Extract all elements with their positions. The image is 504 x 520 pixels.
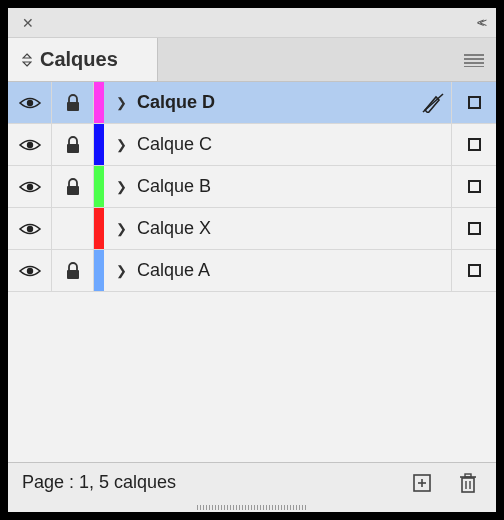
layer-row[interactable]: ❯Calque B (8, 166, 496, 208)
layers-panel: ✕ << Calques ❯Calque D❯Calque C❯Calque B… (8, 8, 496, 512)
layer-name: Calque A (137, 260, 210, 281)
layer-row[interactable]: ❯Calque A (8, 250, 496, 292)
pen-indicator (414, 166, 452, 207)
layer-color-swatch[interactable] (94, 166, 104, 207)
layer-color-swatch[interactable] (94, 82, 104, 123)
tab-calques[interactable]: Calques (8, 38, 158, 81)
selection-target[interactable] (452, 82, 496, 123)
tab-label: Calques (40, 48, 118, 71)
layer-row[interactable]: ❯Calque D (8, 82, 496, 124)
svg-line-8 (423, 94, 443, 112)
target-box-icon (468, 180, 481, 193)
lock-toggle[interactable] (52, 208, 94, 249)
lock-icon (65, 178, 81, 196)
resize-grip[interactable] (8, 502, 496, 512)
new-layer-button[interactable] (408, 473, 436, 493)
target-box-icon (468, 264, 481, 277)
selection-target[interactable] (452, 250, 496, 291)
selection-target[interactable] (452, 124, 496, 165)
chevron-right-icon[interactable]: ❯ (116, 263, 127, 278)
layer-row[interactable]: ❯Calque C (8, 124, 496, 166)
panel-footer: Page : 1, 5 calques (8, 462, 496, 502)
lock-icon (65, 262, 81, 280)
tab-bar: Calques (8, 38, 496, 82)
eye-icon (19, 180, 41, 194)
visibility-toggle[interactable] (8, 208, 52, 249)
pen-indicator (414, 208, 452, 249)
chevron-right-icon[interactable]: ❯ (116, 95, 127, 110)
lock-toggle[interactable] (52, 166, 94, 207)
svg-rect-15 (67, 270, 79, 279)
visibility-toggle[interactable] (8, 250, 52, 291)
layer-color-swatch[interactable] (94, 250, 104, 291)
sort-icon (22, 53, 32, 67)
layer-main[interactable]: ❯Calque D (104, 82, 414, 123)
eye-icon (19, 96, 41, 110)
svg-point-11 (26, 183, 32, 189)
lock-toggle[interactable] (52, 250, 94, 291)
lock-icon (65, 94, 81, 112)
layer-name: Calque B (137, 176, 211, 197)
svg-rect-12 (67, 186, 79, 195)
svg-rect-10 (67, 144, 79, 153)
svg-marker-0 (23, 54, 31, 58)
layer-main[interactable]: ❯Calque C (104, 124, 414, 165)
target-box-icon (468, 222, 481, 235)
flyout-menu-icon[interactable] (452, 38, 496, 81)
svg-marker-1 (23, 62, 31, 66)
chevron-right-icon[interactable]: ❯ (116, 137, 127, 152)
close-icon[interactable]: ✕ (22, 16, 34, 30)
chevron-right-icon[interactable]: ❯ (116, 221, 127, 236)
pen-disabled-icon (422, 93, 444, 113)
delete-layer-button[interactable] (454, 472, 482, 494)
selection-target[interactable] (452, 166, 496, 207)
svg-rect-23 (465, 474, 471, 477)
status-text: Page : 1, 5 calques (22, 472, 390, 493)
pen-indicator (414, 250, 452, 291)
svg-point-9 (26, 141, 32, 147)
target-box-icon (468, 96, 481, 109)
layer-row[interactable]: ❯Calque X (8, 208, 496, 250)
layer-name: Calque X (137, 218, 211, 239)
layer-name: Calque C (137, 134, 212, 155)
layer-color-swatch[interactable] (94, 124, 104, 165)
lock-icon (65, 136, 81, 154)
visibility-toggle[interactable] (8, 166, 52, 207)
svg-point-13 (26, 225, 32, 231)
collapse-icon[interactable]: << (477, 15, 482, 30)
pen-indicator (414, 82, 452, 123)
panel-titlebar: ✕ << (8, 8, 496, 38)
layer-list: ❯Calque D❯Calque C❯Calque B❯Calque X❯Cal… (8, 82, 496, 462)
pen-indicator (414, 124, 452, 165)
svg-point-6 (26, 99, 32, 105)
layer-color-swatch[interactable] (94, 208, 104, 249)
layer-main[interactable]: ❯Calque B (104, 166, 414, 207)
layer-name: Calque D (137, 92, 215, 113)
lock-toggle[interactable] (52, 124, 94, 165)
layer-main[interactable]: ❯Calque A (104, 250, 414, 291)
visibility-toggle[interactable] (8, 124, 52, 165)
eye-icon (19, 138, 41, 152)
eye-icon (19, 264, 41, 278)
layer-main[interactable]: ❯Calque X (104, 208, 414, 249)
lock-toggle[interactable] (52, 82, 94, 123)
chevron-right-icon[interactable]: ❯ (116, 179, 127, 194)
svg-point-14 (26, 267, 32, 273)
visibility-toggle[interactable] (8, 82, 52, 123)
target-box-icon (468, 138, 481, 151)
svg-rect-7 (67, 102, 79, 111)
svg-rect-19 (462, 478, 474, 492)
selection-target[interactable] (452, 208, 496, 249)
eye-icon (19, 222, 41, 236)
